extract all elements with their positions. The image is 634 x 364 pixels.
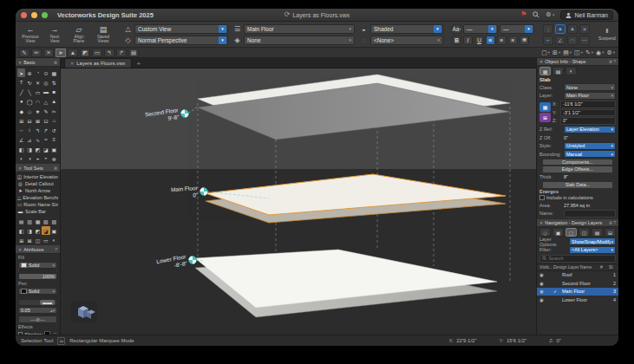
nav-viewports-tab[interactable]: ▤: [592, 228, 603, 237]
toggle-sheets-button[interactable]: ▤▾: [563, 49, 572, 56]
pan-tool[interactable]: ⊕: [25, 68, 33, 77]
visibility-eye-icon[interactable]: ◉: [539, 297, 552, 302]
visibility-eye-icon[interactable]: ◉: [539, 289, 552, 294]
bold-button[interactable]: B: [452, 36, 461, 45]
pen-weight-dropdown[interactable]: 0.05▴▾: [18, 307, 57, 314]
filter-dropdown[interactable]: <All Layers>▾: [569, 246, 616, 254]
align-center-button[interactable]: ≡: [497, 36, 507, 45]
flyover-tool[interactable]: ◔: [34, 68, 42, 77]
layer-dropdown[interactable]: Main Floor▾: [564, 92, 616, 100]
close-icon[interactable]: ✕: [18, 60, 22, 65]
trim-tool[interactable]: ✂: [50, 107, 58, 115]
notification-flag-icon[interactable]: ⚑: [520, 11, 526, 18]
second-floor-benchmark-icon[interactable]: [181, 110, 189, 118]
x-coordinate-field[interactable]: -11'6 1/2": [560, 101, 616, 108]
corner-l-tool[interactable]: ↰: [34, 126, 42, 134]
snap-arc-button[interactable]: ◠: [567, 36, 578, 45]
drawing-canvas[interactable]: Second Floor 9'-6" Main Floor 0" Lower F…: [61, 68, 536, 335]
shade-br-tool[interactable]: ◪: [42, 145, 49, 153]
help-icon[interactable]: ?: [55, 247, 57, 252]
nav-hierarchy-tab[interactable]: ◇: [539, 228, 551, 237]
menu-icon[interactable]: ≣: [54, 166, 57, 171]
bounding-dropdown[interactable]: Manual▾: [564, 150, 616, 158]
layer-search-box[interactable]: [539, 255, 616, 263]
ts-render-icon[interactable]: ◐: [50, 236, 58, 244]
active-class-dropdown[interactable]: None▾: [244, 36, 355, 45]
half-t-tool[interactable]: ◓: [42, 154, 49, 163]
square-tool[interactable]: ■: [50, 88, 58, 96]
close-tab-icon[interactable]: ✕: [70, 61, 74, 66]
freehand-tool[interactable]: ✎: [42, 107, 49, 115]
angle-tool[interactable]: ∠: [17, 135, 25, 144]
half-r-tool[interactable]: ◑: [25, 154, 33, 163]
previous-view-button[interactable]: ←Previous View: [19, 26, 42, 43]
half-l-tool[interactable]: ◐: [17, 154, 25, 163]
ts-furn-icon[interactable]: ◫: [34, 236, 42, 244]
pen-style-dropdown[interactable]: Solid▾: [18, 288, 57, 295]
move-h-tool[interactable]: ↔: [17, 126, 25, 134]
approx-tool[interactable]: ≈: [42, 135, 49, 144]
ts-detail-icon[interactable]: ⊠: [25, 236, 33, 244]
ts-site-icon[interactable]: ▨: [50, 217, 58, 225]
object-info-header[interactable]: ✕ Object Info - Shape ≣ ?: [537, 58, 618, 66]
snap-grid-tool[interactable]: ▦: [50, 68, 58, 77]
data-tab[interactable]: ▤: [552, 67, 564, 75]
style-dropdown[interactable]: Unstyled▾: [564, 142, 616, 150]
ts-walls-icon[interactable]: ▤: [17, 217, 25, 225]
triangle-tool[interactable]: △: [42, 97, 49, 106]
lines-tool[interactable]: ≡: [50, 135, 58, 144]
filled-rect-tool[interactable]: ▬: [42, 88, 49, 96]
space-tool[interactable]: ⌂: [50, 116, 58, 125]
next-view-button[interactable]: →Next View: [43, 26, 66, 43]
layer-row[interactable]: ◉Lower Floor4: [537, 296, 618, 304]
font-size-dropdown[interactable]: —▾: [463, 24, 498, 34]
ts-framing-icon[interactable]: ◩: [34, 226, 42, 235]
search-input[interactable]: [548, 256, 613, 261]
position-reference-icon[interactable]: ▦: [539, 102, 551, 112]
components-button[interactable]: Components...: [542, 159, 613, 166]
mode-arrow-l-icon[interactable]: ↰: [104, 49, 114, 57]
tool-set-item[interactable]: △Elevation Benchm...: [17, 194, 58, 201]
layer-options-dropdown[interactable]: Show/Snap/Modify Others▾: [569, 237, 616, 245]
fill-square-tool[interactable]: ▣: [50, 145, 58, 153]
nav-references-tab[interactable]: ⊟: [605, 228, 616, 237]
ts-doors-icon[interactable]: ▥: [25, 217, 33, 225]
ts-dims-icon[interactable]: ⊞: [17, 236, 25, 244]
toggle-grid-button[interactable]: ⊞▾: [552, 49, 560, 56]
toggle-screen-button[interactable]: ▢▾: [541, 49, 550, 56]
z-ref-dropdown[interactable]: Layer Elevation▾: [564, 126, 616, 133]
italic-button[interactable]: I: [463, 36, 473, 45]
close-icon[interactable]: ✕: [18, 247, 22, 252]
shape-tab[interactable]: ▦: [539, 67, 551, 75]
thick-value[interactable]: 8": [564, 174, 568, 179]
name-field[interactable]: [564, 210, 616, 218]
toggle-pen-button[interactable]: ✎▾: [585, 49, 593, 56]
ts-space-icon[interactable]: ▣: [50, 226, 58, 235]
grid-reference-icon[interactable]: ⊞: [539, 113, 551, 122]
tool-set-item[interactable]: ◫Interior Elevation...: [17, 173, 58, 180]
layers-icon[interactable]: ☰: [232, 25, 242, 33]
text-tool[interactable]: T: [17, 78, 25, 87]
menu-icon[interactable]: ≣: [54, 60, 57, 65]
font-format-button[interactable]: Aa▾: [452, 24, 461, 34]
view-cube-gizmo[interactable]: [71, 301, 97, 323]
main-floor-benchmark-icon[interactable]: [200, 188, 208, 196]
nav-classes-tab[interactable]: ▣: [552, 228, 564, 237]
circle-filled-tool[interactable]: ●: [17, 97, 25, 106]
tool-set-item[interactable]: ▬Scale Bar: [17, 208, 58, 215]
snap-off-button[interactable]: ✕: [579, 24, 590, 34]
line-2-tool[interactable]: ╲: [25, 88, 33, 96]
mode-slab-icon[interactable]: ▤: [128, 49, 139, 57]
marquee-mode-icon[interactable]: ▭: [57, 337, 65, 345]
tool-set-item[interactable]: ◎Detail Callout: [17, 180, 58, 187]
close-icon[interactable]: ✕: [539, 220, 543, 225]
new-tab-button[interactable]: +: [137, 60, 141, 68]
snap-dash-button[interactable]: —: [579, 36, 590, 45]
close-window-button[interactable]: [21, 12, 27, 18]
selection-tool[interactable]: ➤: [17, 68, 25, 77]
wave-tool[interactable]: ∿: [34, 135, 42, 144]
lower-floor-benchmark-icon[interactable]: [189, 257, 197, 264]
grid-plus-tool[interactable]: ⊞: [17, 116, 25, 125]
mode-cursor-icon[interactable]: ➤: [56, 49, 66, 57]
move-v-tool[interactable]: ↕: [25, 126, 33, 134]
